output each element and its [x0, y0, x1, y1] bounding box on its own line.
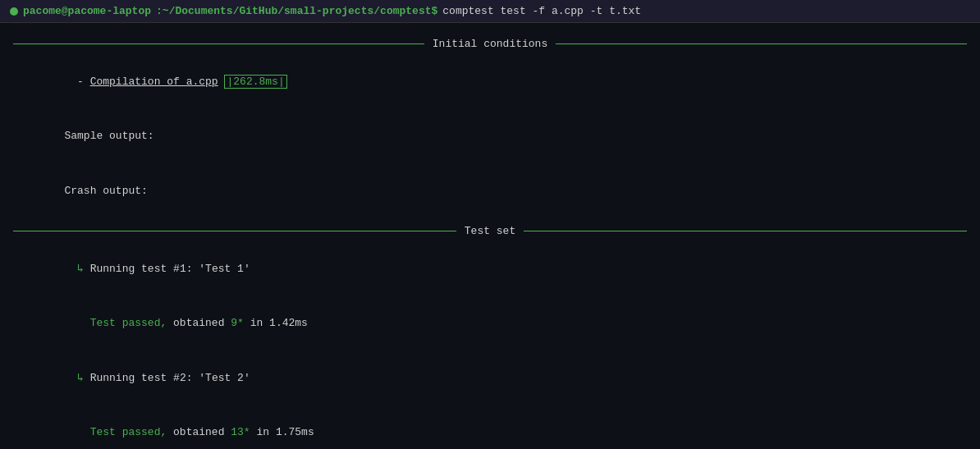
test-detail-1: obtained [167, 317, 231, 329]
test-pass-label-1: Test passed, [64, 317, 167, 329]
crash-output-text: Crash output: [64, 185, 147, 197]
sample-output-text: Sample output: [64, 130, 153, 142]
test-num-2: #2 [173, 372, 186, 384]
initial-conditions-block: - Compilation of a.cpp |262.8ms| Sample … [13, 55, 967, 218]
user-host: pacome@pacome-laptop [23, 5, 151, 17]
test-name-2: : 'Test 2' [186, 372, 250, 384]
test-val-1: 9* [231, 317, 244, 329]
test-name-1: : 'Test 1' [186, 263, 250, 275]
compilation-prefix: - [64, 76, 89, 88]
test-run-2: ↳ Running test #2: 'Test 2' [13, 350, 967, 405]
run-text-1: Running test [90, 263, 173, 275]
path: :~/Documents/GitHub/small-projects/compt… [156, 5, 437, 17]
title-bar: pacome@pacome-laptop :~/Documents/GitHub… [0, 0, 980, 23]
test-divider-line-right [524, 231, 967, 231]
initial-conditions-divider: Initial conditions [13, 38, 967, 50]
test-run-1: ↳ Running test #1: 'Test 1' [13, 242, 967, 296]
test-num-1: #1 [173, 263, 186, 275]
test-time-1: in 1.42ms [244, 317, 308, 329]
terminal-dot [10, 7, 18, 16]
compilation-time: |262.8ms| [224, 75, 286, 89]
terminal-content: Initial conditions - Compilation of a.cp… [0, 23, 980, 449]
test-val-2: 13* [231, 426, 250, 438]
initial-conditions-label: Initial conditions [433, 38, 547, 50]
test-set-label: Test set [465, 225, 515, 237]
arrow-2: ↳ [64, 372, 89, 384]
test-divider-line-left [13, 231, 456, 231]
divider-line-left [13, 44, 424, 44]
test-result-1: Test passed, obtained 9* in 1.42ms [13, 296, 967, 350]
command: comptest test -f a.cpp -t t.txt [442, 5, 641, 17]
test-pass-label-2: Test passed, [64, 426, 167, 438]
test-results-block: ↳ Running test #1: 'Test 1' Test passed,… [13, 242, 967, 449]
crash-output-line: Crash output: [13, 164, 967, 218]
test-result-2: Test passed, obtained 13* in 1.75ms [13, 405, 967, 449]
test-detail-2: obtained [167, 426, 231, 438]
test-set-divider: Test set [13, 225, 967, 237]
test-time-2: in 1.75ms [250, 426, 314, 438]
run-text-2: Running test [90, 372, 173, 384]
sample-output-line: Sample output: [13, 109, 967, 163]
terminal-window: pacome@pacome-laptop :~/Documents/GitHub… [0, 0, 980, 449]
arrow-1: ↳ [64, 263, 89, 275]
compilation-line: - Compilation of a.cpp |262.8ms| [13, 55, 967, 109]
compilation-text: Compilation of a.cpp [90, 76, 218, 88]
divider-line-right [556, 44, 967, 44]
